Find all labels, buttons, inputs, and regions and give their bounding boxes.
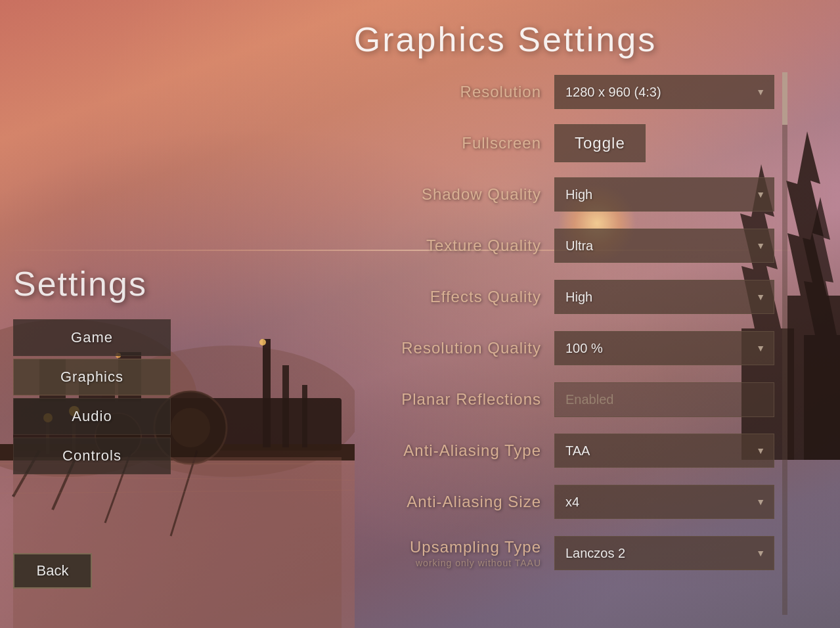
select-anti-aliasing-size[interactable]: x1x2x4x8: [554, 485, 774, 519]
sidebar-title: Settings: [13, 264, 171, 303]
setting-control-anti-aliasing-type: NoneFXAATAADLSSFSR▼: [554, 434, 774, 468]
settings-panel: Graphics Settings Resolution1280 x 960 (…: [184, 0, 840, 628]
setting-label-planar-reflections: Planar Reflections: [223, 390, 554, 409]
scrollbar-track[interactable]: [782, 72, 787, 615]
select-texture-quality[interactable]: LowMediumHighUltra: [554, 229, 774, 263]
setting-row-anti-aliasing-size: Anti-Aliasing Sizex1x2x4x8▼: [223, 482, 774, 522]
nav-btn-controls[interactable]: Controls: [13, 437, 171, 474]
setting-label-upsampling-type: Upsampling Typeworking only without TAAU: [223, 538, 554, 568]
enabled-text-planar-reflections: Enabled: [554, 382, 774, 417]
setting-label-resolution-quality: Resolution Quality: [223, 339, 554, 357]
setting-row-resolution-quality: Resolution Quality50 %75 %100 %▼: [223, 328, 774, 368]
setting-label-anti-aliasing-size: Anti-Aliasing Size: [223, 493, 554, 511]
nav-btn-graphics[interactable]: Graphics: [13, 359, 171, 395]
setting-row-fullscreen: FullscreenToggle: [223, 123, 774, 163]
scrollbar-thumb[interactable]: [782, 72, 787, 125]
setting-row-texture-quality: Texture QualityLowMediumHighUltra▼: [223, 226, 774, 265]
setting-row-anti-aliasing-type: Anti-Aliasing TypeNoneFXAATAADLSSFSR▼: [223, 431, 774, 470]
select-wrapper-resolution-quality: 50 %75 %100 %▼: [554, 331, 774, 365]
back-button[interactable]: Back: [13, 553, 92, 589]
setting-label-fullscreen: Fullscreen: [223, 134, 554, 152]
setting-row-upsampling-type: Upsampling Typeworking only without TAAU…: [223, 533, 774, 573]
setting-control-shadow-quality: LowMediumHighUltra▼: [554, 177, 774, 212]
select-shadow-quality[interactable]: LowMediumHighUltra: [554, 177, 774, 212]
setting-label-shadow-quality: Shadow Quality: [223, 185, 554, 204]
setting-row-shadow-quality: Shadow QualityLowMediumHighUltra▼: [223, 175, 774, 214]
nav-btn-audio[interactable]: Audio: [13, 398, 171, 435]
select-anti-aliasing-type[interactable]: NoneFXAATAADLSSFSR: [554, 434, 774, 468]
nav-buttons: GameGraphicsAudioControls: [13, 319, 171, 474]
setting-control-texture-quality: LowMediumHighUltra▼: [554, 229, 774, 263]
select-wrapper-shadow-quality: LowMediumHighUltra▼: [554, 177, 774, 212]
setting-control-effects-quality: LowMediumHighUltra▼: [554, 280, 774, 314]
select-resolution[interactable]: 1280 x 960 (4:3)1920 x 1080 (16:9)2560 x…: [554, 75, 774, 109]
settings-area: Resolution1280 x 960 (4:3)1920 x 1080 (1…: [223, 72, 787, 615]
select-wrapper-effects-quality: LowMediumHighUltra▼: [554, 280, 774, 314]
enabled-wrapper-planar-reflections: Enabled: [554, 382, 774, 417]
setting-control-resolution: 1280 x 960 (4:3)1920 x 1080 (16:9)2560 x…: [554, 75, 774, 109]
setting-label-effects-quality: Effects Quality: [223, 288, 554, 306]
setting-label-texture-quality: Texture Quality: [223, 236, 554, 255]
select-wrapper-anti-aliasing-type: NoneFXAATAADLSSFSR▼: [554, 434, 774, 468]
setting-row-effects-quality: Effects QualityLowMediumHighUltra▼: [223, 277, 774, 317]
setting-control-anti-aliasing-size: x1x2x4x8▼: [554, 485, 774, 519]
toggle-btn-fullscreen[interactable]: Toggle: [554, 124, 646, 162]
setting-sublabel-upsampling-type: working only without TAAU: [223, 558, 541, 568]
select-wrapper-resolution: 1280 x 960 (4:3)1920 x 1080 (16:9)2560 x…: [554, 75, 774, 109]
select-wrapper-upsampling-type: NoneBilinearLanczos 2DLSSFSR▼: [554, 536, 774, 570]
setting-label-anti-aliasing-type: Anti-Aliasing Type: [223, 441, 554, 460]
setting-label-resolution: Resolution: [223, 83, 554, 101]
select-wrapper-texture-quality: LowMediumHighUltra▼: [554, 229, 774, 263]
setting-control-upsampling-type: NoneBilinearLanczos 2DLSSFSR▼: [554, 536, 774, 570]
select-wrapper-anti-aliasing-size: x1x2x4x8▼: [554, 485, 774, 519]
sidebar: Settings GameGraphicsAudioControls Back: [0, 0, 184, 628]
nav-btn-game[interactable]: Game: [13, 319, 171, 356]
main-content: Settings GameGraphicsAudioControls Back …: [0, 0, 840, 628]
setting-row-planar-reflections: Planar ReflectionsEnabled: [223, 380, 774, 419]
setting-control-fullscreen: Toggle: [554, 124, 774, 162]
select-upsampling-type[interactable]: NoneBilinearLanczos 2DLSSFSR: [554, 536, 774, 570]
setting-control-planar-reflections: Enabled: [554, 382, 774, 417]
select-resolution-quality[interactable]: 50 %75 %100 %: [554, 331, 774, 365]
page-title: Graphics Settings: [223, 20, 787, 59]
setting-row-resolution: Resolution1280 x 960 (4:3)1920 x 1080 (1…: [223, 72, 774, 112]
select-effects-quality[interactable]: LowMediumHighUltra: [554, 280, 774, 314]
setting-control-resolution-quality: 50 %75 %100 %▼: [554, 331, 774, 365]
